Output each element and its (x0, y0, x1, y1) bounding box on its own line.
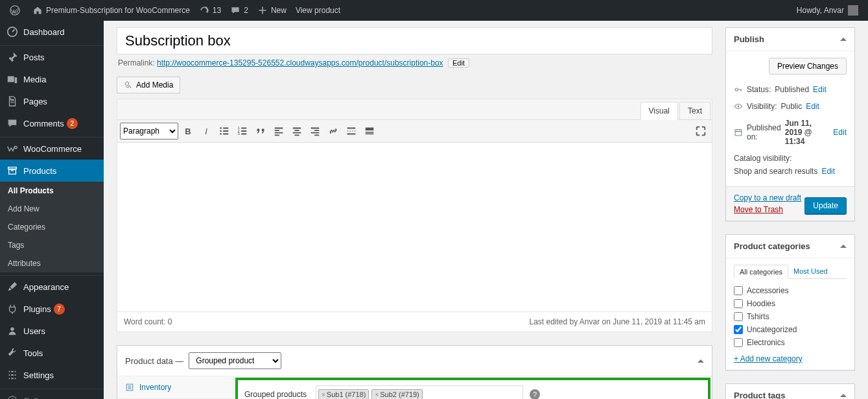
updates-link[interactable]: 13 (194, 0, 226, 21)
category-checkbox[interactable] (734, 299, 743, 308)
update-button[interactable]: Update (804, 197, 847, 214)
bullet-list-button[interactable] (216, 123, 233, 139)
toggle-icon[interactable] (840, 394, 847, 397)
wp-logo[interactable] (5, 0, 28, 21)
publish-box: Publish Preview Changes Status: Publishe… (725, 27, 855, 221)
quote-button[interactable] (252, 123, 269, 139)
toggle-icon[interactable] (698, 359, 704, 363)
admin-sidebar: Dashboard Posts Media Pages Comments2 Wo… (0, 21, 104, 399)
menu-media[interactable]: Media (0, 68, 104, 90)
pd-tab-inventory[interactable]: Inventory (117, 376, 233, 399)
word-count: Word count: 0 (124, 317, 172, 326)
avatar (848, 5, 858, 16)
toggle-icon[interactable] (840, 245, 847, 248)
italic-button[interactable]: I (198, 123, 215, 139)
menu-posts[interactable]: Posts (0, 46, 104, 68)
categories-title: Product categories (734, 241, 810, 251)
menu-dashboard[interactable]: Dashboard (0, 21, 104, 43)
link-button[interactable] (325, 123, 342, 139)
user-greeting[interactable]: Howdy, Anvar (792, 0, 863, 21)
submenu-all-products[interactable]: All Products (0, 182, 104, 200)
menu-users[interactable]: Users (0, 320, 104, 342)
copy-draft-link[interactable]: Copy to a new draft (734, 193, 801, 202)
visual-tab[interactable]: Visual (640, 102, 678, 120)
comments-link[interactable]: 2 (226, 0, 253, 21)
category-item[interactable]: Electronics (734, 336, 847, 349)
category-label: Hoodies (747, 299, 775, 308)
insert-more-button[interactable] (343, 123, 360, 139)
editor-body[interactable] (117, 143, 712, 311)
category-item[interactable]: Uncategorized (734, 323, 847, 336)
help-icon[interactable]: ? (530, 389, 540, 399)
comment-icon (230, 5, 240, 16)
permalink-url[interactable]: http://woocommerce-135295-526552.cloudwa… (157, 58, 443, 67)
woo-icon (6, 143, 18, 154)
text-tab[interactable]: Text (679, 102, 710, 119)
edit-catalog-link[interactable]: Edit (821, 167, 835, 176)
svg-point-6 (220, 130, 222, 132)
category-label: Uncategorized (747, 325, 797, 334)
product-type-select[interactable]: Grouped product (189, 352, 281, 369)
menu-pages[interactable]: Pages (0, 90, 104, 112)
status-row: Status: Published Edit (734, 81, 847, 98)
menu-settings[interactable]: Settings (0, 364, 104, 386)
media-icon (6, 73, 18, 85)
category-item[interactable]: Accessories (734, 284, 847, 297)
menu-appearance[interactable]: Appearance (0, 276, 104, 298)
menu-plugins[interactable]: Plugins7 (0, 298, 104, 320)
category-item[interactable]: Tshirts (734, 310, 847, 323)
toggle-icon[interactable] (840, 38, 847, 41)
remove-icon[interactable]: × (375, 391, 379, 398)
dashboard-icon (6, 26, 18, 38)
comment-icon (6, 117, 18, 129)
preview-changes-button[interactable]: Preview Changes (769, 58, 847, 75)
category-checkbox[interactable] (734, 286, 743, 295)
align-right-button[interactable] (307, 123, 323, 139)
brush-icon (6, 281, 18, 293)
align-left-button[interactable] (270, 123, 287, 139)
tools-icon (6, 347, 18, 359)
toolbar-toggle-button[interactable] (361, 123, 378, 139)
fullscreen-button[interactable] (692, 123, 709, 139)
grouped-products-field[interactable]: ×Sub1 (#718) ×Sub2 (#719) (316, 385, 523, 399)
permalink-edit-button[interactable]: Edit (448, 58, 469, 67)
align-center-button[interactable] (288, 123, 305, 139)
product-title-input[interactable] (117, 27, 712, 54)
cat-tab-all[interactable]: All categories (734, 265, 788, 279)
new-link[interactable]: New (253, 0, 291, 21)
edit-date-link[interactable]: Edit (833, 128, 847, 137)
menu-tools[interactable]: Tools (0, 342, 104, 364)
product-chip[interactable]: ×Sub2 (#719) (371, 389, 422, 399)
grouped-products-label: Grouped products (244, 390, 316, 399)
product-chip[interactable]: ×Sub1 (#718) (318, 389, 369, 399)
submenu-tags[interactable]: Tags (0, 236, 104, 254)
categories-box: Product categories All categories Most U… (725, 234, 855, 370)
product-data-label: Product data — (125, 356, 183, 366)
grouped-products-highlight: Grouped products ×Sub1 (#718) ×Sub2 (#71… (235, 378, 710, 399)
edit-visibility-link[interactable]: Edit (806, 102, 819, 111)
bold-button[interactable]: B (180, 123, 196, 139)
edit-status-link[interactable]: Edit (813, 85, 827, 94)
move-trash-link[interactable]: Move to Trash (734, 205, 783, 214)
submenu-categories[interactable]: Categories (0, 218, 104, 236)
view-product-link[interactable]: View product (291, 0, 345, 21)
paragraph-select[interactable]: Paragraph (120, 123, 178, 139)
category-checkbox[interactable] (734, 338, 743, 347)
add-media-button[interactable]: Add Media (117, 77, 180, 93)
number-list-button[interactable]: 123 (234, 123, 251, 139)
menu-collapse[interactable]: Collapse menu (0, 389, 104, 399)
menu-products[interactable]: Products (0, 160, 104, 182)
category-item[interactable]: Hoodies (734, 297, 847, 310)
add-category-link[interactable]: + Add new category (734, 354, 803, 363)
submenu-attributes[interactable]: Attributes (0, 254, 104, 272)
cat-tab-used[interactable]: Most Used (788, 265, 833, 278)
permalink-row: Permalink: http://woocommerce-135295-526… (118, 58, 712, 67)
svg-point-7 (220, 133, 222, 135)
menu-woocommerce[interactable]: WooCommerce (0, 138, 104, 160)
menu-comments[interactable]: Comments2 (0, 112, 104, 134)
submenu-add-new[interactable]: Add New (0, 200, 104, 218)
site-link[interactable]: Premium-Subscription for WooCommerce (28, 0, 194, 21)
remove-icon[interactable]: × (322, 391, 325, 398)
category-checkbox[interactable] (734, 312, 743, 321)
category-checkbox[interactable] (734, 325, 743, 334)
